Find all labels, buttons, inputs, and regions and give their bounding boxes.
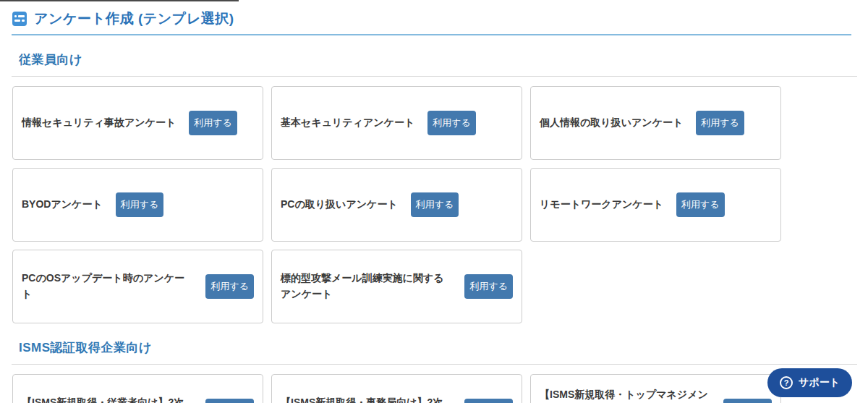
template-card: 標的型攻撃メール訓練実施に関するアンケート 利用する — [271, 250, 522, 323]
template-card: 基本セキュリティアンケート 利用する — [271, 86, 522, 160]
question-circle-icon: ? — [780, 376, 793, 389]
template-card: 情報セキュリティ事故アンケート 利用する — [12, 86, 263, 160]
template-card: 【ISMS新規取得・従業者向け】2次審査前チェックアンケート 利用する — [12, 374, 263, 403]
top-edge-artifact — [0, 0, 239, 1]
template-card: PCのOSアップデート時のアンケート 利用する — [12, 250, 263, 323]
template-card: BYODアンケート 利用する — [12, 168, 263, 242]
use-template-button[interactable]: 利用する — [116, 192, 164, 217]
template-card: 個人情報の取り扱いアンケート 利用する — [530, 86, 781, 160]
template-card: リモートワークアンケート 利用する — [530, 168, 781, 242]
use-template-button[interactable]: 利用する — [427, 111, 476, 135]
template-card: 【ISMS新規取得・事務局向け】2次審査前チェックアンケート 利用する — [271, 374, 522, 403]
template-title: 【ISMS新規取得・トップマネジメント向け】マネジメントレビュー想定問答集 — [540, 387, 710, 403]
template-title: 【ISMS新規取得・事務局向け】2次審査前チェックアンケート — [281, 395, 451, 403]
template-card: 【ISMS新規取得・トップマネジメント向け】マネジメントレビュー想定問答集 利用… — [530, 374, 781, 403]
template-title: PCの取り扱いアンケート — [281, 197, 398, 213]
use-template-button[interactable]: 利用する — [676, 192, 725, 217]
template-title: 【ISMS新規取得・従業者向け】2次審査前チェックアンケート — [22, 395, 192, 403]
template-title: リモートワークアンケート — [540, 197, 663, 213]
support-label: サポート — [799, 376, 840, 389]
page-header: アンケート作成 (テンプレ選択) — [0, 0, 868, 28]
page-title: アンケート作成 (テンプレ選択) — [34, 9, 234, 28]
section-heading-isms: ISMS認証取得企業向け — [19, 339, 868, 356]
use-template-button[interactable]: 利用する — [696, 111, 744, 135]
template-title: BYODアンケート — [22, 197, 103, 213]
support-button[interactable]: ? サポート — [767, 368, 852, 397]
template-grid-isms: 【ISMS新規取得・従業者向け】2次審査前チェックアンケート 利用する 【ISM… — [12, 374, 782, 403]
survey-form-icon — [12, 12, 27, 26]
section-divider — [12, 364, 857, 365]
template-title: 個人情報の取り扱いアンケート — [540, 115, 683, 131]
template-title: 標的型攻撃メール訓練実施に関するアンケート — [281, 271, 451, 302]
use-template-button[interactable]: 利用する — [205, 399, 254, 403]
template-title: 基本セキュリティアンケート — [281, 115, 414, 131]
use-template-button[interactable]: 利用する — [464, 399, 513, 403]
use-template-button[interactable]: 利用する — [189, 111, 237, 135]
use-template-button[interactable]: 利用する — [411, 192, 459, 217]
template-card: PCの取り扱いアンケート 利用する — [271, 168, 522, 242]
section-divider — [12, 76, 857, 77]
template-grid-employees: 情報セキュリティ事故アンケート 利用する 基本セキュリティアンケート 利用する … — [12, 86, 782, 323]
template-title: PCのOSアップデート時のアンケート — [22, 271, 192, 302]
use-template-button[interactable]: 利用する — [723, 399, 772, 403]
title-divider — [12, 34, 851, 35]
use-template-button[interactable]: 利用する — [464, 274, 513, 299]
use-template-button[interactable]: 利用する — [205, 274, 254, 299]
template-title: 情報セキュリティ事故アンケート — [22, 115, 176, 131]
section-heading-employees: 従業員向け — [19, 51, 868, 68]
